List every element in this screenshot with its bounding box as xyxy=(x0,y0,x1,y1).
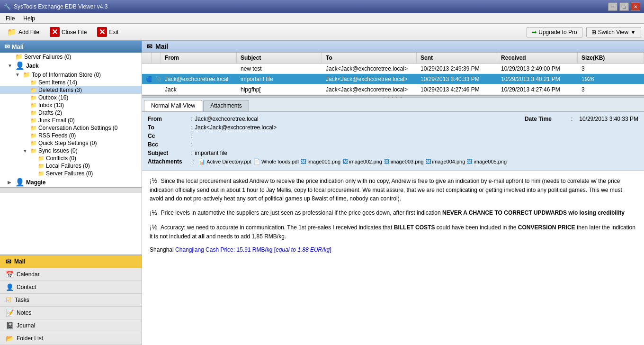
email-list: From Subject To Sent Received Size(KB) n… xyxy=(142,53,644,95)
bullet-icon: ¡½ xyxy=(150,223,157,231)
col-from-header[interactable]: From xyxy=(161,53,237,63)
attachment-item[interactable]: 🖼 image001.png xyxy=(301,158,340,165)
detail-content: From : Jack@exchcoretree.local Date Time… xyxy=(142,112,644,345)
toolbar-right: ➡ Upgrade to Pro ⊞ Switch View ▼ xyxy=(527,27,641,37)
folder-icon: 📁 xyxy=(30,80,37,86)
tree-toggle[interactable]: ▼ xyxy=(8,63,15,68)
add-file-button[interactable]: 📁 Add File xyxy=(3,26,44,38)
email-subject: important file xyxy=(237,75,322,83)
left-panel-title: Mail xyxy=(12,43,24,50)
tree-item-jack[interactable]: ▼ 👤 Jack xyxy=(0,61,142,71)
exit-button[interactable]: ✕ Exit xyxy=(93,25,123,39)
tree-toggle[interactable]: ▼ xyxy=(23,148,30,154)
folder-list-nav-icon: 📂 xyxy=(6,335,14,342)
user-icon: 👤 xyxy=(15,61,25,70)
folder-icon: 📁 xyxy=(30,87,37,93)
email-row[interactable]: Jack hipgfhp[ Jack<Jack@exchcoretree.loc… xyxy=(142,84,644,95)
col-subject-header[interactable]: Subject xyxy=(237,53,322,63)
tree-item-junk-email[interactable]: 📁 Junk Email (0) xyxy=(0,117,142,124)
menu-file[interactable]: File xyxy=(2,14,18,23)
attachment-name: image005.png xyxy=(474,159,507,164)
folder-icon: 📁 xyxy=(15,53,23,60)
nav-mail[interactable]: ✉ Mail xyxy=(0,255,142,268)
tree-toggle[interactable]: ▶ xyxy=(8,180,15,185)
tree-item-maggie[interactable]: ▶ 👤 Maggie xyxy=(0,177,142,187)
datetime-label: Date Time xyxy=(525,116,567,122)
col-received-header[interactable]: Received xyxy=(497,53,578,63)
tree-item-conflicts[interactable]: 📁 Conflicts (0) xyxy=(0,154,142,162)
col-sent-header[interactable]: Sent xyxy=(417,53,497,63)
app-icon: 🔧 xyxy=(4,3,11,10)
switch-view-button[interactable]: ⊞ Switch View ▼ xyxy=(586,27,641,37)
tab-attachments[interactable]: Attachments xyxy=(203,100,249,111)
tree-toggle[interactable]: ▼ xyxy=(15,72,23,77)
tree-label: Inbox (13) xyxy=(38,102,64,109)
nav-journal[interactable]: 📓 Journal xyxy=(0,319,142,332)
tree-item-sent-items[interactable]: 📁 Sent Items (14) xyxy=(0,79,142,86)
notes-nav-icon: 📝 xyxy=(6,309,14,317)
attachment-item[interactable]: 📊 Active Directory.ppt xyxy=(198,158,251,165)
folder-icon: 📁 xyxy=(30,102,37,109)
tree-label: Drafts (2) xyxy=(38,109,62,116)
tree-item-server-failures-root[interactable]: 📁 Server Failures (0) xyxy=(0,53,142,61)
tree-label: Quick Step Settings (0) xyxy=(38,140,97,146)
email-row[interactable]: new test Jack<Jack@exchcoretree.local> 1… xyxy=(142,64,644,74)
col-to-header[interactable]: To xyxy=(322,53,417,63)
attachment-item[interactable]: 🖼 image002.png xyxy=(342,158,382,165)
nav-tasks[interactable]: ☑ Tasks xyxy=(0,294,142,307)
nav-contact[interactable]: 👤 Contact xyxy=(0,281,142,294)
folder-icon: 📁 xyxy=(30,118,37,124)
attachment-item[interactable]: 🖼 image003.png xyxy=(384,158,424,165)
close-file-label: Close File xyxy=(62,29,87,36)
email-to: Jack<Jack@exchcoretree.local> xyxy=(322,64,417,73)
tree-item-local-failures[interactable]: 📁 Local Failures (0) xyxy=(0,162,142,170)
tree-item-quick-step[interactable]: 📁 Quick Step Settings (0) xyxy=(0,139,142,147)
nav-folder-list[interactable]: 📂 Folder List xyxy=(0,332,142,345)
horizontal-scrollbar[interactable] xyxy=(0,187,142,193)
upgrade-label: Upgrade to Pro xyxy=(538,29,577,36)
attachment-item[interactable]: 📄 Whole foods.pdf xyxy=(253,158,299,165)
tree-item-rss-feeds[interactable]: 📁 RSS Feeds (0) xyxy=(0,132,142,139)
email-row[interactable]: 🔵 📎 Jack@exchcoretree.local important fi… xyxy=(142,74,644,84)
col-size-header[interactable]: Size(KB) xyxy=(578,53,644,63)
nav-notes[interactable]: 📝 Notes xyxy=(0,307,142,319)
add-file-label: Add File xyxy=(18,29,39,36)
attachment-item[interactable]: 🖼 image004.png xyxy=(426,158,465,165)
nav-calendar[interactable]: 📅 Calendar xyxy=(0,268,142,281)
attachment-item[interactable]: 🖼 image005.png xyxy=(467,158,507,165)
png-icon: 🖼 xyxy=(301,158,306,165)
col-attach-header[interactable] xyxy=(152,53,161,63)
tree-item-deleted-items[interactable]: 📁 Deleted Items (3) xyxy=(0,86,142,94)
attachment-name: image002.png xyxy=(349,159,382,164)
tree-container[interactable]: 📁 Server Failures (0) ▼ 👤 Jack ▼ 📁 Top xyxy=(0,53,142,254)
col-flag-header[interactable] xyxy=(142,53,152,63)
tree-item-conversation[interactable]: 📁 Conversation Action Settings (0 xyxy=(0,124,142,132)
tree-item-server-failures-sub[interactable]: 📁 Server Failures (0) xyxy=(0,170,142,177)
minimize-button[interactable]: ─ xyxy=(608,2,617,11)
email-to: Jack<Jack@exchcoretree.local> xyxy=(322,75,417,83)
attachments-label: Attachments xyxy=(148,158,190,165)
bold-text: BILLET COSTS xyxy=(394,224,435,231)
body-paragraph: Shanghai Changjiang Cash Price: 15.91 RM… xyxy=(150,245,636,254)
tree-item-outbox[interactable]: 📁 Outbox (16) xyxy=(0,94,142,101)
tree-item-top-info-store[interactable]: ▼ 📁 Top of Information Store (0) xyxy=(0,71,142,79)
calendar-nav-icon: 📅 xyxy=(6,271,14,278)
close-file-button[interactable]: ✕ Close File xyxy=(45,25,91,39)
tree-item-inbox[interactable]: 📁 Inbox (13) xyxy=(0,101,142,109)
tree-item-drafts[interactable]: 📁 Drafts (2) xyxy=(0,109,142,117)
nav-mail-label: Mail xyxy=(14,258,25,265)
contact-nav-icon: 👤 xyxy=(6,283,14,291)
menu-help[interactable]: Help xyxy=(19,14,39,23)
tab-normal-mail-view[interactable]: Normal Mail View xyxy=(144,100,202,111)
titlebar-controls[interactable]: ─ □ ✕ xyxy=(608,2,640,11)
email-sent: 10/29/2013 2:49:39 PM xyxy=(417,64,497,73)
tree-item-sync-issues[interactable]: ▼ 📁 Sync Issues (0) xyxy=(0,147,142,154)
close-button[interactable]: ✕ xyxy=(631,2,640,11)
maximize-button[interactable]: □ xyxy=(619,2,629,11)
email-attach xyxy=(152,68,161,70)
upgrade-button[interactable]: ➡ Upgrade to Pro xyxy=(527,27,582,37)
folder-icon: 📁 xyxy=(30,140,37,146)
tree-label: Conflicts (0) xyxy=(46,155,76,162)
tree-label: Sync Issues (0) xyxy=(38,147,78,154)
tree-label: Jack xyxy=(26,63,39,69)
